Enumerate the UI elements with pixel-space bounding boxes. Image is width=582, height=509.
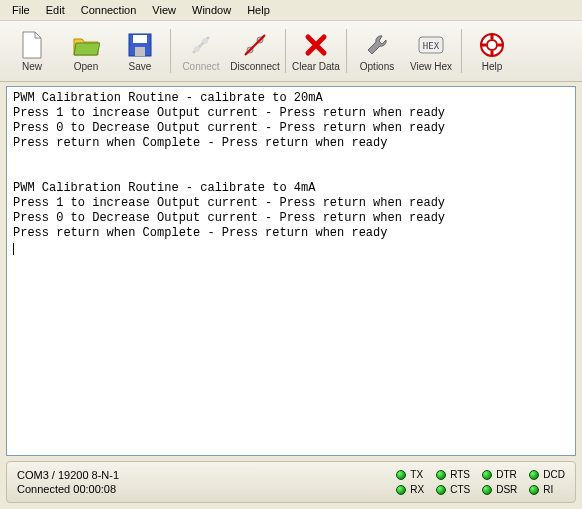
svg-rect-2 (135, 47, 145, 56)
svg-point-4 (202, 38, 208, 44)
led-rts: RTS (436, 469, 470, 480)
save-button[interactable]: Save (114, 25, 166, 77)
view-hex-button[interactable]: HEX View Hex (405, 25, 457, 77)
menubar: File Edit Connection View Window Help (0, 0, 582, 21)
status-leds: TX RTS DTR DCD RX CTS DSR RI (396, 469, 565, 495)
status-connected: Connected 00:00:08 (17, 483, 396, 495)
led-icon (436, 485, 446, 495)
led-dtr: DTR (482, 469, 517, 480)
open-label: Open (74, 61, 98, 72)
led-icon (396, 470, 406, 480)
separator (285, 29, 286, 73)
menu-view[interactable]: View (144, 2, 184, 18)
clear-data-button[interactable]: Clear Data (290, 25, 342, 77)
led-icon (482, 470, 492, 480)
save-disk-icon (126, 31, 154, 59)
disconnect-button[interactable]: Disconnect (229, 25, 281, 77)
open-button[interactable]: Open (60, 25, 112, 77)
led-dcd: DCD (529, 469, 565, 480)
status-bar: COM3 / 19200 8-N-1 Connected 00:00:08 TX… (6, 461, 576, 503)
svg-text:HEX: HEX (423, 41, 440, 51)
menu-window[interactable]: Window (184, 2, 239, 18)
disconnect-icon (241, 31, 269, 59)
disconnect-label: Disconnect (230, 61, 279, 72)
status-left: COM3 / 19200 8-N-1 Connected 00:00:08 (17, 469, 396, 495)
new-label: New (22, 61, 42, 72)
led-icon (482, 485, 492, 495)
led-ri: RI (529, 484, 565, 495)
options-wrench-icon (363, 31, 391, 59)
led-icon (529, 470, 539, 480)
separator (170, 29, 171, 73)
options-label: Options (360, 61, 394, 72)
led-dsr: DSR (482, 484, 517, 495)
svg-rect-1 (133, 35, 147, 43)
led-icon (396, 485, 406, 495)
status-port: COM3 / 19200 8-N-1 (17, 469, 396, 481)
connect-label: Connect (182, 61, 219, 72)
clear-x-icon (302, 31, 330, 59)
svg-line-7 (245, 35, 265, 55)
help-button[interactable]: Help (466, 25, 518, 77)
separator (461, 29, 462, 73)
menu-file[interactable]: File (4, 2, 38, 18)
clear-data-label: Clear Data (292, 61, 340, 72)
connect-button: Connect (175, 25, 227, 77)
svg-point-11 (487, 40, 497, 50)
help-label: Help (482, 61, 503, 72)
led-icon (436, 470, 446, 480)
menu-help[interactable]: Help (239, 2, 278, 18)
menu-connection[interactable]: Connection (73, 2, 145, 18)
options-button[interactable]: Options (351, 25, 403, 77)
terminal-output[interactable]: PWM Calibration Routine - calibrate to 2… (6, 86, 576, 456)
menu-edit[interactable]: Edit (38, 2, 73, 18)
led-tx: TX (396, 469, 424, 480)
svg-point-3 (194, 46, 200, 52)
help-lifering-icon (478, 31, 506, 59)
led-rx: RX (396, 484, 424, 495)
open-folder-icon (72, 31, 100, 59)
hex-icon: HEX (417, 31, 445, 59)
new-file-icon (18, 31, 46, 59)
new-button[interactable]: New (6, 25, 58, 77)
view-hex-label: View Hex (410, 61, 452, 72)
save-label: Save (129, 61, 152, 72)
led-icon (529, 485, 539, 495)
led-cts: CTS (436, 484, 470, 495)
toolbar: New Open Save Connect Disconnect Clear D… (0, 21, 582, 82)
connect-icon (187, 31, 215, 59)
separator (346, 29, 347, 73)
